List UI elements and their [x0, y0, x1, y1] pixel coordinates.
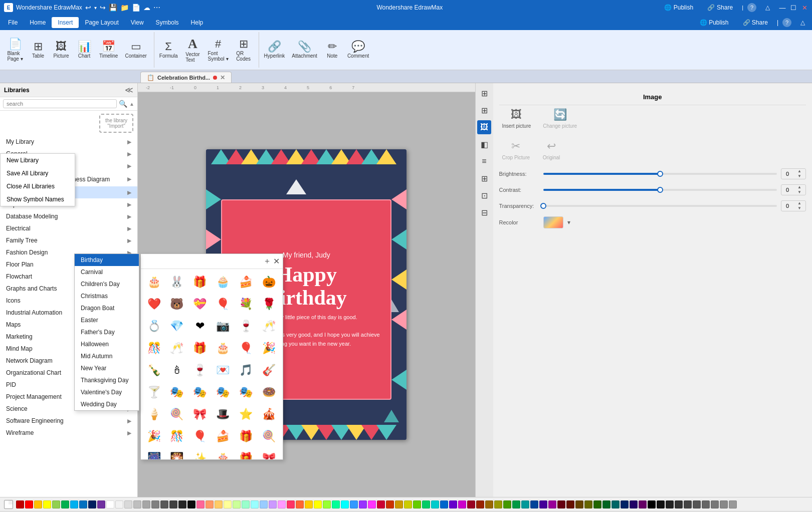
sym-cupcake2[interactable]: 🎃: [259, 272, 279, 292]
ribbon-share-btn[interactable]: 🔗 Share: [738, 18, 773, 28]
color-swatch-99ccff[interactable]: [260, 500, 268, 508]
color-swatch-888888[interactable]: [720, 500, 728, 508]
color-swatch-002266[interactable]: [621, 500, 629, 508]
color-swatch-0d0d0d[interactable]: [187, 500, 195, 508]
sym-balloon2[interactable]: 🎈: [236, 338, 256, 358]
color-swatch-99ff33[interactable]: [323, 500, 331, 508]
sym-star[interactable]: ⭐: [236, 404, 256, 424]
color-swatch-009999[interactable]: [521, 500, 529, 508]
color-swatch-ffff00[interactable]: [314, 500, 322, 508]
color-swatch-00b050[interactable]: [61, 500, 69, 508]
ribbon-vectortext-btn[interactable]: A VectorText: [181, 33, 204, 67]
sym-rabbit[interactable]: 🐰: [167, 272, 187, 292]
color-swatch-440099[interactable]: [539, 500, 547, 508]
insert-picture-btn[interactable]: 🖼 Insert picture: [499, 105, 534, 132]
sym-bottle[interactable]: 🍾: [144, 360, 164, 380]
sym-hat7[interactable]: 🎁: [236, 426, 256, 446]
color-swatch-666666[interactable]: [702, 500, 710, 508]
color-swatch-ff0000[interactable]: [25, 500, 33, 508]
color-swatch-c00000[interactable]: [16, 500, 24, 508]
ribbon-formula-btn[interactable]: Σ Formula: [156, 33, 181, 67]
color-swatch-ff9966[interactable]: [206, 500, 214, 508]
sym-letter[interactable]: 💌: [213, 360, 233, 380]
cat-wedding[interactable]: Wedding Day: [75, 398, 139, 410]
color-swatch-661100[interactable]: [566, 500, 574, 508]
cat-dragon-boat[interactable]: Dragon Boat: [75, 302, 139, 314]
color-swatch-226600[interactable]: [593, 500, 601, 508]
lib-software-engineering[interactable]: Software Engineering ▶: [0, 415, 137, 427]
transparency-slider[interactable]: [543, 205, 777, 207]
color-swatch-66cc00[interactable]: [413, 500, 421, 508]
color-swatch-0070c0[interactable]: [79, 500, 87, 508]
new-btn[interactable]: 📄: [132, 4, 140, 12]
sym-candy[interactable]: 🍭: [259, 426, 279, 446]
search-icon[interactable]: 🔍: [119, 100, 127, 108]
sym-icecream[interactable]: 🍦: [144, 404, 164, 424]
brightness-down-arrow[interactable]: ▼: [793, 174, 805, 179]
color-swatch-cc3300[interactable]: [386, 500, 394, 508]
ribbon-fontsymbol-btn[interactable]: # FontSymbol ▾: [205, 33, 231, 67]
color-swatch-cc00cc[interactable]: [458, 500, 466, 508]
sym-cake2[interactable]: 🍰: [236, 272, 256, 292]
color-swatch-002060[interactable]: [88, 500, 96, 508]
sym-diamond[interactable]: 💎: [167, 316, 187, 336]
contrast-down-arrow[interactable]: ▼: [793, 190, 805, 195]
ctx-save-all[interactable]: Save All Library: [1, 167, 75, 180]
menu-insert[interactable]: Insert: [52, 17, 79, 28]
color-swatch-92d050[interactable]: [52, 500, 60, 508]
color-swatch-ff3366[interactable]: [287, 500, 295, 508]
change-picture-btn[interactable]: 🔄 Change picture: [540, 105, 580, 132]
sym-camera[interactable]: 📷: [213, 316, 233, 336]
color-swatch-595959[interactable]: [160, 500, 168, 508]
sym-wrap-gift[interactable]: 🎂: [213, 338, 233, 358]
color-swatch-808080[interactable]: [151, 500, 159, 508]
contrast-up-arrow[interactable]: ▲: [793, 185, 805, 190]
color-swatch-555555[interactable]: [693, 500, 701, 508]
ribbon-blank-page-btn[interactable]: 📄 BlankPage ▾: [4, 33, 26, 67]
menu-symbols[interactable]: Symbols: [150, 17, 185, 28]
color-swatch-cc99ff[interactable]: [269, 500, 277, 508]
color-swatch-449900[interactable]: [503, 500, 511, 508]
sym-guitar[interactable]: 🎸: [259, 360, 279, 380]
sym-mask2[interactable]: 🎭: [190, 382, 210, 402]
transparency-arrows[interactable]: ▲ ▼: [793, 201, 805, 211]
tool-pageview-btn[interactable]: ⊟: [477, 205, 491, 219]
color-swatch-999900[interactable]: [494, 500, 502, 508]
sym-hat4[interactable]: 🎉: [144, 426, 164, 446]
contrast-slider[interactable]: [543, 189, 777, 191]
sym-wine[interactable]: 🍷: [236, 316, 256, 336]
color-swatch-992200[interactable]: [476, 500, 484, 508]
color-swatch-ff6699[interactable]: [196, 500, 205, 508]
cat-valentines[interactable]: Valentine's Day: [75, 386, 139, 398]
recolor-dropdown-arrow[interactable]: ▾: [567, 219, 570, 226]
cat-halloween[interactable]: Halloween: [75, 338, 139, 350]
color-swatch-666600[interactable]: [584, 500, 592, 508]
color-swatch-00ffff[interactable]: [341, 500, 349, 508]
sym-bear[interactable]: 🐻: [167, 294, 187, 314]
undo-btn[interactable]: ↩: [85, 4, 91, 12]
brightness-slider[interactable]: [543, 173, 777, 175]
ribbon-collapse-ribbon-btn[interactable]: △: [795, 18, 810, 28]
symbol-panel-close-btn[interactable]: ✕: [273, 257, 280, 266]
cat-new-year[interactable]: New Year: [75, 362, 139, 374]
cat-easter[interactable]: Easter: [75, 314, 139, 326]
sym-confetti[interactable]: 🎉: [259, 338, 279, 358]
color-swatch-220066[interactable]: [630, 500, 638, 508]
color-swatch-99ffff[interactable]: [251, 500, 259, 508]
tab-celebration-birthday[interactable]: 📋 Celebration Birthd... ✕: [140, 72, 232, 83]
sym-wine2[interactable]: 🍷: [190, 360, 210, 380]
sym-mask4[interactable]: 🎭: [236, 382, 256, 402]
sym-glasses[interactable]: 🥂: [167, 338, 187, 358]
original-btn[interactable]: ↩ Original: [539, 137, 564, 163]
color-swatch-990022[interactable]: [467, 500, 475, 508]
color-swatch-ffcc66[interactable]: [215, 500, 223, 508]
color-swatch-0066cc[interactable]: [440, 500, 448, 508]
color-swatch-ff99ff[interactable]: [278, 500, 286, 508]
undo-dropdown[interactable]: ▾: [94, 5, 97, 11]
tool-pointer-btn[interactable]: ⊞: [477, 86, 491, 100]
recolor-swatch[interactable]: [543, 216, 563, 228]
cat-birthday[interactable]: Birthday: [75, 254, 139, 266]
minimize-btn[interactable]: —: [779, 4, 786, 11]
ribbon-hyperlink-btn[interactable]: 🔗 Hyperlink: [261, 33, 288, 67]
collapse-btn[interactable]: △: [760, 3, 775, 13]
